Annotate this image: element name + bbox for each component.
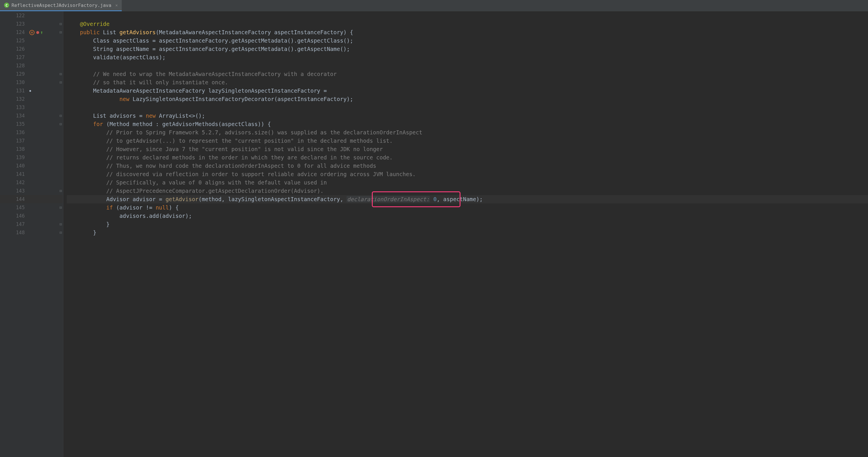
code-line[interactable]: // We need to wrap the MetadataAwareAspe… — [67, 70, 868, 78]
line-number: 137 — [0, 137, 29, 145]
gutter-annotation-row — [29, 53, 63, 62]
code-line[interactable]: // Specifically, a value of 0 aligns wit… — [67, 178, 868, 187]
line-number: 126 — [0, 45, 29, 53]
line-number: 135 — [0, 120, 29, 128]
gutter-annotation-row — [29, 62, 63, 70]
code-line[interactable] — [67, 11, 868, 20]
gutter-annotation-row: ⊟ — [29, 120, 63, 128]
line-number: 143 — [0, 187, 29, 195]
fold-end-icon[interactable]: ⊟ — [60, 70, 62, 78]
editor-tab-active[interactable]: C ReflectiveAspectJAdvisorFactory.java ✕ — [0, 0, 122, 11]
gutter-annotation-row — [29, 137, 63, 145]
line-number: 131 — [0, 87, 29, 95]
breakpoint-indicator-icon[interactable] — [36, 31, 39, 34]
caret-line-marker — [29, 90, 31, 92]
code-line[interactable]: new LazySingletonAspectInstanceFactoryDe… — [67, 95, 868, 103]
code-line[interactable]: // discovered via reflection in order to… — [67, 170, 868, 178]
gutter-annotation-row: ⊟ — [29, 20, 63, 28]
line-number: 134 — [0, 112, 29, 120]
line-number: 136 — [0, 128, 29, 137]
gutter-annotation-row — [29, 195, 63, 204]
code-line[interactable]: Class aspectClass = aspectInstanceFactor… — [67, 36, 868, 45]
line-number: 142 — [0, 178, 29, 187]
line-number: 146 — [0, 212, 29, 220]
fold-end-icon[interactable]: ⊟ — [60, 228, 62, 237]
code-line[interactable]: // to getAdvisor(...) to represent the "… — [67, 137, 868, 145]
line-number: 145 — [0, 204, 29, 212]
gutter-annotation-row — [29, 95, 63, 103]
code-line[interactable]: // returns declared methods in the order… — [67, 153, 868, 162]
gutter-annotation-row: ⊟ — [29, 187, 63, 195]
code-line[interactable]: // However, since Java 7 the "current po… — [67, 145, 868, 153]
line-number-gutter: 1221231241251261271281291301311321331341… — [0, 11, 29, 457]
line-number: 144 — [0, 195, 29, 204]
code-editor[interactable]: 1221231241251261271281291301311321331341… — [0, 11, 868, 457]
line-number: 122 — [0, 11, 29, 20]
line-number: 147 — [0, 220, 29, 228]
override-gutter-icon[interactable]: o — [29, 30, 34, 35]
code-line[interactable]: String aspectName = aspectInstanceFactor… — [67, 45, 868, 53]
gutter-annotation-row: o↑⊟ — [29, 28, 63, 36]
gutter-annotation-row — [29, 128, 63, 137]
gutter-annotation-row: ⊟ — [29, 78, 63, 87]
fold-end-icon[interactable]: ⊟ — [60, 187, 62, 195]
gutter-annotation-row — [29, 36, 63, 45]
fold-start-icon[interactable]: ⊟ — [60, 20, 62, 28]
code-line[interactable] — [67, 103, 868, 112]
gutter-annotation-row — [29, 212, 63, 220]
tab-filename: ReflectiveAspectJAdvisorFactory.java — [11, 3, 112, 8]
line-number: 141 — [0, 170, 29, 178]
line-number: 128 — [0, 62, 29, 70]
line-number: 125 — [0, 36, 29, 45]
code-line[interactable]: validate(aspectClass); — [67, 53, 868, 62]
line-number: 129 — [0, 70, 29, 78]
implements-up-icon[interactable]: ↑ — [40, 28, 43, 36]
fold-end-icon[interactable]: ⊟ — [60, 78, 62, 87]
code-line[interactable]: List advisors = new ArrayList<>(); — [67, 112, 868, 120]
gutter-annotation-row: ⊟ — [29, 228, 63, 237]
gutter-annotation-row — [29, 11, 63, 20]
code-line[interactable]: Advisor advisor = getAdvisor(method, laz… — [67, 195, 868, 204]
code-line[interactable]: // AspectJPrecedenceComparator.getAspect… — [67, 187, 868, 195]
gutter-annotation-row — [29, 45, 63, 53]
line-number: 130 — [0, 78, 29, 87]
code-line[interactable]: for (Method method : getAdvisorMethods(a… — [67, 120, 868, 128]
gutter-annotation-row — [29, 145, 63, 153]
line-number: 133 — [0, 103, 29, 112]
gutter-annotation-column: ⊟o↑⊟⊟⊟⊟⊟⊟⊟⊟⊟ — [29, 11, 63, 457]
code-line[interactable]: // so that it will only instantiate once… — [67, 78, 868, 87]
fold-end-icon[interactable]: ⊟ — [60, 220, 62, 228]
fold-start-icon[interactable]: ⊟ — [60, 28, 62, 36]
line-number: 140 — [0, 162, 29, 170]
gutter-annotation-row: ⊟ — [29, 70, 63, 78]
fold-start-icon[interactable]: ⊟ — [60, 204, 62, 212]
code-line[interactable]: // Thus, we now hard code the declaratio… — [67, 162, 868, 170]
code-line[interactable]: public List getAdvisors(MetadataAwareAsp… — [67, 28, 868, 36]
line-number: 138 — [0, 145, 29, 153]
gutter-annotation-row — [29, 178, 63, 187]
line-number: 124 — [0, 28, 29, 36]
fold-start-icon[interactable]: ⊟ — [60, 120, 62, 128]
code-line[interactable]: } — [67, 220, 868, 228]
gutter-annotation-row — [29, 87, 63, 95]
code-line[interactable] — [67, 62, 868, 70]
code-line[interactable]: @Override — [67, 20, 868, 28]
code-line[interactable]: MetadataAwareAspectInstanceFactory lazyS… — [67, 87, 868, 95]
close-icon[interactable]: ✕ — [115, 3, 118, 7]
gutter-annotation-row — [29, 162, 63, 170]
line-number: 139 — [0, 153, 29, 162]
line-number: 148 — [0, 228, 29, 237]
gutter-annotation-row: ⊟ — [29, 220, 63, 228]
fold-start-icon[interactable]: ⊟ — [60, 112, 62, 120]
gutter-annotation-row — [29, 103, 63, 112]
code-line[interactable]: if (advisor != null) { — [67, 204, 868, 212]
gutter-annotation-row: ⊟ — [29, 112, 63, 120]
line-number: 123 — [0, 20, 29, 28]
code-line[interactable]: advisors.add(advisor); — [67, 212, 868, 220]
code-line[interactable]: // Prior to Spring Framework 5.2.7, advi… — [67, 128, 868, 137]
line-number: 132 — [0, 95, 29, 103]
code-line[interactable]: } — [67, 228, 868, 237]
code-area[interactable]: @Override public List getAdvisors(Metada… — [63, 11, 868, 457]
tab-bar: C ReflectiveAspectJAdvisorFactory.java ✕ — [0, 0, 868, 11]
gutter-annotation-row: ⊟ — [29, 204, 63, 212]
